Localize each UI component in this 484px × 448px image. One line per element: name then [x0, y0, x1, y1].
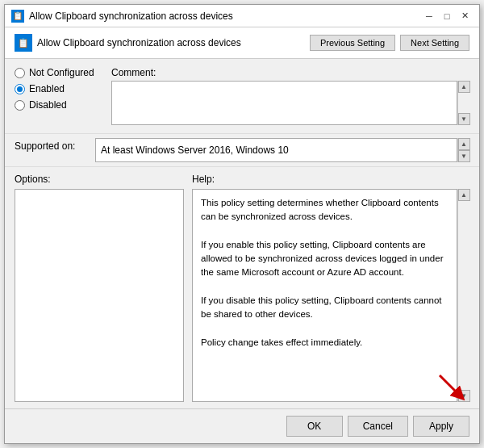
header-buttons: Previous Setting Next Setting	[310, 35, 469, 51]
radio-group: Not Configured Enabled Disabled	[15, 67, 103, 125]
comment-textarea[interactable]	[111, 81, 457, 125]
supported-on-section: Supported on: At least Windows Server 20…	[5, 133, 479, 166]
header-bar: 📋 Allow Clipboard synchronization across…	[5, 27, 479, 59]
options-box	[15, 189, 184, 402]
content-area: Not Configured Enabled Disabled Comment:	[5, 59, 479, 408]
not-configured-label: Not Configured	[29, 67, 94, 78]
disabled-option[interactable]: Disabled	[15, 99, 103, 111]
enabled-label: Enabled	[29, 83, 65, 94]
scroll-down-arrow[interactable]: ▼	[458, 113, 470, 125]
disabled-radio[interactable]	[15, 100, 25, 111]
enabled-radio[interactable]	[15, 84, 25, 94]
next-setting-button[interactable]: Next Setting	[400, 35, 469, 51]
help-scroll-up[interactable]: ▲	[458, 189, 470, 201]
help-text-3: If you disable this policy setting, Clip…	[201, 294, 449, 322]
minimize-button[interactable]: ─	[421, 8, 437, 24]
options-pane: Options:	[15, 174, 184, 402]
cancel-button[interactable]: Cancel	[348, 416, 408, 437]
header-left: 📋 Allow Clipboard synchronization across…	[15, 34, 241, 52]
window-icon: 📋	[11, 10, 24, 23]
top-section: Not Configured Enabled Disabled Comment:	[5, 59, 479, 133]
help-text-box: This policy setting determines whether C…	[192, 189, 457, 402]
comment-label: Comment:	[111, 67, 469, 78]
supported-scroll-down[interactable]: ▼	[458, 150, 470, 162]
title-bar: 📋 Allow Clipboard synchronization across…	[5, 5, 479, 27]
supported-scrollbar: ▲ ▼	[457, 138, 469, 162]
help-label: Help:	[192, 174, 469, 185]
options-help-section: Options: Help: This policy setting deter…	[5, 166, 479, 408]
help-text-4: Policy change takes effect immediately.	[201, 336, 449, 350]
help-text-2: If you enable this policy setting, Clipb…	[201, 238, 449, 280]
policy-title: Allow Clipboard synchronization across d…	[37, 37, 241, 48]
disabled-label: Disabled	[29, 99, 67, 111]
not-configured-radio[interactable]	[15, 68, 25, 78]
comment-section: Comment: ▲ ▼	[111, 67, 469, 125]
close-button[interactable]: ✕	[457, 8, 473, 24]
bottom-bar: OK Cancel Apply	[5, 408, 479, 443]
ok-button[interactable]: OK	[286, 416, 343, 437]
maximize-button[interactable]: □	[439, 8, 455, 24]
help-text: This policy setting determines whether C…	[201, 196, 449, 224]
options-label: Options:	[15, 174, 184, 185]
comment-scrollbar: ▲ ▼	[457, 81, 469, 125]
help-pane: Help: This policy setting determines whe…	[192, 174, 469, 402]
supported-scroll-up[interactable]: ▲	[458, 138, 470, 150]
not-configured-option[interactable]: Not Configured	[15, 67, 103, 78]
window-title: Allow Clipboard synchronization across d…	[29, 10, 421, 22]
supported-value: At least Windows Server 2016, Windows 10	[95, 138, 457, 162]
enabled-option[interactable]: Enabled	[15, 83, 103, 94]
main-window: 📋 Allow Clipboard synchronization across…	[4, 4, 480, 444]
help-scroll-down[interactable]: ▼	[458, 390, 470, 402]
previous-setting-button[interactable]: Previous Setting	[310, 35, 395, 51]
apply-button[interactable]: Apply	[413, 416, 469, 437]
title-bar-controls: ─ □ ✕	[421, 8, 473, 24]
supported-label: Supported on:	[15, 138, 87, 152]
policy-icon: 📋	[15, 34, 32, 52]
scroll-up-arrow[interactable]: ▲	[458, 81, 470, 93]
help-scrollbar: ▲ ▼	[457, 189, 469, 402]
